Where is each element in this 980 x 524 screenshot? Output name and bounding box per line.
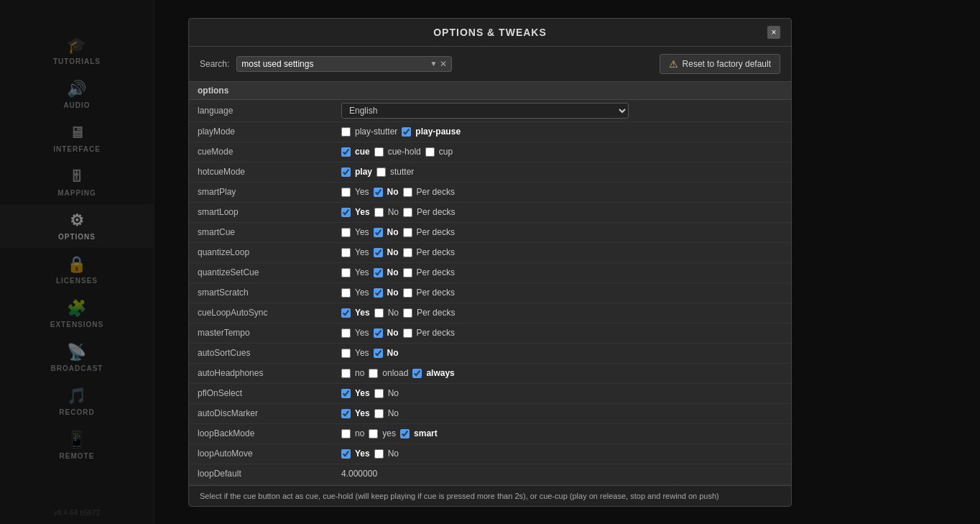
autoHeadphones-cb-1[interactable] bbox=[369, 369, 378, 378]
smartLoop-cb-1[interactable] bbox=[374, 208, 384, 217]
cueLoopAutoSync-label-0: Yes bbox=[355, 308, 370, 318]
option-name-masterTempo: masterTempo bbox=[198, 328, 341, 338]
autoSortCues-cb-1[interactable] bbox=[374, 349, 383, 358]
autoHeadphones-cb-2[interactable] bbox=[412, 369, 422, 378]
app-background: 🎓 TUTORIALS 🔊 AUDIO 🖥 INTERFACE 🎚 MAPPIN… bbox=[0, 0, 980, 524]
option-row-autoSortCues: autoSortCues Yes No bbox=[189, 344, 791, 364]
search-input-wrap[interactable]: ▼ ✕ bbox=[236, 56, 452, 72]
option-name-smartCue: smartCue bbox=[198, 227, 341, 237]
option-name-cueLoopAutoSync: cueLoopAutoSync bbox=[198, 308, 341, 318]
option-name-language: language bbox=[198, 106, 341, 116]
quantizeLoop-cb-0[interactable] bbox=[341, 248, 351, 257]
warning-icon: ⚠ bbox=[669, 58, 678, 70]
quantizeSetCue-cb-0[interactable] bbox=[341, 268, 351, 277]
playMode-cb-0[interactable] bbox=[341, 127, 351, 137]
smartPlay-cb-1[interactable] bbox=[374, 188, 383, 197]
autoDiscMarker-label-0: Yes bbox=[355, 408, 370, 418]
quantizeLoop-label-1: No bbox=[387, 247, 399, 257]
option-controls-playMode: play-stutter play-pause bbox=[341, 127, 782, 137]
loopAutoMove-cb-1[interactable] bbox=[374, 449, 384, 459]
autoSortCues-label-1: No bbox=[387, 348, 399, 358]
smartScratch-label-2: Per decks bbox=[417, 288, 455, 298]
option-controls-pflOnSelect: Yes No bbox=[341, 388, 782, 398]
smartCue-cb-1[interactable] bbox=[374, 228, 383, 237]
autoHeadphones-cb-0[interactable] bbox=[341, 369, 351, 378]
loopBackMode-cb-0[interactable] bbox=[341, 429, 351, 438]
quantizeSetCue-cb-2[interactable] bbox=[403, 268, 412, 277]
option-row-language: language English bbox=[189, 100, 791, 122]
smartScratch-cb-2[interactable] bbox=[403, 288, 412, 298]
description-text: Select if the cue button act as cue, cue… bbox=[200, 492, 719, 500]
cueMode-cb-2[interactable] bbox=[425, 147, 435, 157]
option-name-quantizeSetCue: quantizeSetCue bbox=[198, 267, 341, 277]
autoHeadphones-label-0: no bbox=[355, 368, 364, 378]
autoSortCues-label-0: Yes bbox=[355, 348, 369, 358]
autoHeadphones-label-1: onload bbox=[382, 368, 408, 378]
hotcueMode-label-1: stutter bbox=[390, 167, 414, 177]
quantizeSetCue-cb-1[interactable] bbox=[374, 268, 383, 277]
loopBackMode-cb-2[interactable] bbox=[400, 429, 410, 438]
loopDefault-value: 4.000000 bbox=[341, 469, 377, 479]
smartPlay-label-2: Per decks bbox=[417, 187, 455, 197]
pflOnSelect-cb-1[interactable] bbox=[374, 389, 384, 398]
autoSortCues-cb-0[interactable] bbox=[341, 349, 351, 358]
smartLoop-cb-0[interactable] bbox=[341, 208, 351, 217]
modal-title-bar: OPTIONS & TWEAKS × bbox=[189, 19, 791, 47]
playMode-cb-1[interactable] bbox=[402, 127, 411, 137]
smartCue-label-0: Yes bbox=[355, 227, 369, 237]
cueLoopAutoSync-cb-2[interactable] bbox=[403, 308, 412, 318]
smartLoop-cb-2[interactable] bbox=[403, 208, 412, 217]
smartPlay-label-0: Yes bbox=[355, 187, 369, 197]
smartLoop-label-2: Per decks bbox=[417, 207, 455, 217]
search-dropdown-arrow-icon[interactable]: ▼ bbox=[430, 60, 437, 68]
cueMode-cb-0[interactable] bbox=[341, 147, 351, 157]
option-row-playMode: playMode play-stutter play-pause bbox=[189, 122, 791, 142]
hotcueMode-label-0: play bbox=[355, 167, 372, 177]
cueLoopAutoSync-label-1: No bbox=[388, 308, 399, 318]
quantizeLoop-cb-1[interactable] bbox=[374, 248, 383, 257]
autoDiscMarker-cb-0[interactable] bbox=[341, 409, 351, 418]
language-select[interactable]: English bbox=[341, 103, 629, 119]
modal-close-button[interactable]: × bbox=[767, 26, 780, 39]
quantizeLoop-cb-2[interactable] bbox=[403, 248, 412, 257]
smartScratch-label-0: Yes bbox=[355, 288, 369, 298]
smartCue-cb-2[interactable] bbox=[403, 228, 412, 237]
option-row-quantizeLoop: quantizeLoop Yes No Per decks bbox=[189, 243, 791, 263]
smartPlay-cb-0[interactable] bbox=[341, 188, 351, 197]
cueMode-label-0: cue bbox=[355, 147, 370, 157]
masterTempo-cb-0[interactable] bbox=[341, 328, 351, 338]
pflOnSelect-label-1: No bbox=[388, 388, 399, 398]
cueLoopAutoSync-cb-1[interactable] bbox=[374, 308, 384, 318]
hotcueMode-cb-1[interactable] bbox=[376, 167, 386, 177]
smartScratch-cb-0[interactable] bbox=[341, 288, 351, 298]
pflOnSelect-cb-0[interactable] bbox=[341, 389, 351, 398]
option-controls-smartCue: Yes No Per decks bbox=[341, 227, 782, 237]
smartPlay-cb-2[interactable] bbox=[403, 188, 412, 197]
option-controls-quantizeSetCue: Yes No Per decks bbox=[341, 267, 782, 277]
cueLoopAutoSync-cb-0[interactable] bbox=[341, 308, 351, 318]
masterTempo-cb-1[interactable] bbox=[374, 328, 383, 338]
option-row-smartLoop: smartLoop Yes No Per decks bbox=[189, 203, 791, 223]
smartScratch-cb-1[interactable] bbox=[374, 288, 383, 298]
smartCue-cb-0[interactable] bbox=[341, 228, 351, 237]
search-bar: Search: ▼ ✕ ⚠ Reset to factory default bbox=[189, 47, 791, 82]
loopAutoMove-label-0: Yes bbox=[355, 449, 370, 459]
option-controls-loopDefault: 4.000000 bbox=[341, 469, 782, 479]
search-clear-icon[interactable]: ✕ bbox=[440, 59, 447, 69]
smartCue-label-1: No bbox=[387, 227, 399, 237]
option-row-smartCue: smartCue Yes No Per decks bbox=[189, 223, 791, 243]
options-scroll-area[interactable]: options language English playMode p bbox=[189, 82, 791, 485]
description-bar: Select if the cue button act as cue, cue… bbox=[189, 485, 791, 506]
autoDiscMarker-cb-1[interactable] bbox=[374, 409, 384, 418]
option-row-cueMode: cueMode cue cue-hold cup bbox=[189, 142, 791, 162]
hotcueMode-cb-0[interactable] bbox=[341, 167, 351, 177]
reset-factory-button[interactable]: ⚠ Reset to factory default bbox=[660, 54, 780, 74]
masterTempo-cb-2[interactable] bbox=[403, 328, 412, 338]
search-input[interactable] bbox=[241, 59, 430, 69]
option-controls-quantizeLoop: Yes No Per decks bbox=[341, 247, 782, 257]
option-controls-language: English bbox=[341, 103, 782, 119]
cueMode-cb-1[interactable] bbox=[374, 147, 384, 157]
loopAutoMove-cb-0[interactable] bbox=[341, 449, 351, 459]
loopBackMode-cb-1[interactable] bbox=[369, 429, 378, 438]
cueLoopAutoSync-label-2: Per decks bbox=[417, 308, 455, 318]
